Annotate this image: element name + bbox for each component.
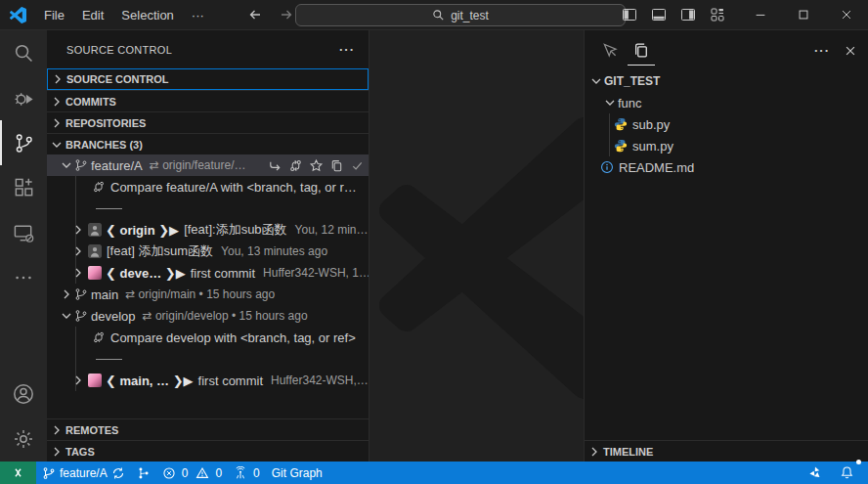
gear-icon (12, 427, 35, 451)
commit-row[interactable]: ❮ main, … ❯▶ first commit Huffer342-WSH,… (47, 370, 369, 391)
status-bar: feature/A 0 0 0 Git Graph (0, 462, 868, 484)
section-repositories[interactable]: REPOSITORIES (47, 111, 369, 133)
check-icon[interactable] (350, 158, 365, 173)
commit-row[interactable]: ❮ deve… ❯▶ first commit Huffer342-WSH, 1… (47, 262, 369, 284)
customize-layout-icon[interactable] (710, 7, 725, 22)
git-compare-icon (92, 330, 106, 344)
commit-row[interactable]: [feat] 添加sum函数 You, 13 minutes ago (47, 241, 369, 262)
tree-root-git-test[interactable]: GIT_TEST (585, 70, 868, 92)
status-extension-button[interactable] (802, 462, 828, 484)
source-control-sidebar: SOURCE CONTROL ··· SOURCE CONTROL COMMIT… (47, 30, 369, 462)
activity-more[interactable] (0, 255, 47, 300)
section-label: COMMITS (65, 96, 116, 108)
toggle-secondary-sidebar-icon[interactable] (680, 7, 696, 22)
section-label: REPOSITORIES (65, 117, 146, 129)
status-ports[interactable]: 0 (228, 462, 266, 484)
menu-edit[interactable]: Edit (74, 5, 111, 25)
status-branch[interactable]: feature/A (36, 462, 131, 484)
branch-name: feature/A (91, 158, 143, 173)
panel-more-actions[interactable]: ··· (814, 43, 830, 58)
chevron-right-icon (49, 422, 65, 438)
menu-file[interactable]: File (36, 5, 72, 25)
git-branch-icon (74, 309, 88, 323)
close-button[interactable] (825, 0, 868, 29)
section-commits[interactable]: COMMITS (47, 90, 369, 111)
activity-account[interactable] (0, 372, 47, 417)
tab-references[interactable] (596, 36, 624, 66)
section-source-control[interactable]: SOURCE CONTROL (47, 68, 369, 90)
activity-extensions[interactable] (0, 165, 47, 210)
branch-row-develop[interactable]: develop ⇄ origin/develop • 15 hours ago (47, 305, 369, 327)
git-branch-icon (42, 466, 56, 480)
menu-more[interactable]: ··· (184, 5, 212, 25)
status-problems[interactable]: 0 0 (156, 462, 228, 484)
section-tags[interactable]: TAGS (47, 440, 369, 462)
ellipsis-icon (13, 267, 34, 288)
commit-meta: You, 12 min… (295, 223, 369, 237)
sidebar-more-actions[interactable]: ··· (339, 42, 355, 57)
commit-meta: Huffer342-WSH, 1… (263, 266, 369, 280)
chevron-right-icon (70, 243, 86, 259)
activity-source-control[interactable] (0, 120, 47, 165)
activity-remote-explorer[interactable] (0, 210, 47, 255)
minimize-button[interactable] (739, 0, 782, 29)
section-branches[interactable]: BRANCHES (3) (47, 133, 369, 154)
activity-settings[interactable] (0, 417, 47, 462)
account-icon (12, 382, 35, 406)
section-remotes[interactable]: REMOTES (47, 418, 369, 440)
maximize-button[interactable] (782, 0, 825, 29)
section-label: REMOTES (65, 424, 118, 436)
file-label: sub.py (632, 117, 670, 132)
chevron-right-icon (70, 222, 86, 238)
command-center-search[interactable]: git_test (295, 4, 626, 26)
compare-label: Compare develop with <branch, tag, or re… (110, 330, 356, 345)
chevron-down-icon (588, 73, 604, 89)
tab-explorer-pages[interactable] (628, 35, 655, 66)
notification-dot (856, 460, 861, 464)
commit-message: [feat] 添加sum函数 (107, 242, 213, 260)
source-control-icon (13, 132, 35, 154)
forward-arrow-icon[interactable] (279, 7, 294, 22)
chevron-right-icon (49, 94, 65, 110)
separator-line (96, 208, 122, 209)
tree-folder-func[interactable]: func (585, 92, 868, 113)
git-compare-icon[interactable] (288, 158, 303, 173)
toggle-primary-sidebar-icon[interactable] (622, 7, 637, 22)
file-label: README.md (619, 160, 694, 175)
copy-icon[interactable] (329, 158, 344, 173)
branch-row-main[interactable]: main ⇄ origin/main • 15 hours ago (47, 284, 369, 305)
python-icon (614, 117, 628, 131)
separator-row (47, 348, 369, 370)
star-icon[interactable] (309, 158, 324, 173)
branch-row-feature-a[interactable]: feature/A ⇄ origin/feature/… (47, 154, 369, 176)
back-arrow-icon[interactable] (247, 7, 263, 22)
menu-selection[interactable]: Selection (113, 5, 181, 25)
tree-file-sum-py[interactable]: sum.py (585, 135, 868, 156)
error-count: 0 (182, 466, 189, 480)
compare-feature-row[interactable]: Compare feature/A with <branch, tag, or … (47, 176, 369, 198)
chevron-right-icon (49, 444, 65, 460)
section-timeline[interactable]: TIMELINE (585, 440, 868, 462)
status-git-graph-label[interactable]: Git Graph (266, 462, 328, 484)
python-icon (614, 139, 628, 153)
activity-search[interactable] (0, 30, 47, 75)
status-git-graph-button[interactable] (131, 462, 156, 484)
info-icon (600, 160, 614, 174)
secondary-sidebar: ··· GIT_TEST func sub.py sum.py (584, 30, 868, 462)
checkout-icon[interactable] (268, 158, 282, 173)
editor-area (369, 30, 584, 462)
close-panel-icon[interactable] (844, 44, 857, 58)
compare-develop-row[interactable]: Compare develop with <branch, tag, or re… (47, 327, 369, 348)
remote-indicator[interactable] (0, 462, 36, 484)
root-label: GIT_TEST (604, 74, 660, 88)
commit-row[interactable]: ❮ origin ❯▶ [feat]:添加sub函数 You, 12 min… (47, 219, 369, 241)
tree-file-readme-md[interactable]: README.md (585, 156, 868, 178)
toggle-panel-icon[interactable] (651, 7, 667, 22)
commit-meta: Huffer342-WSH,… (271, 374, 369, 387)
notifications-bell[interactable] (834, 462, 860, 484)
section-label: BRANCHES (3) (65, 139, 143, 151)
tree-file-sub-py[interactable]: sub.py (585, 113, 868, 135)
git-branch-icon (74, 158, 88, 172)
activity-run-debug[interactable] (0, 75, 47, 120)
status-branch-label: feature/A (60, 466, 108, 480)
